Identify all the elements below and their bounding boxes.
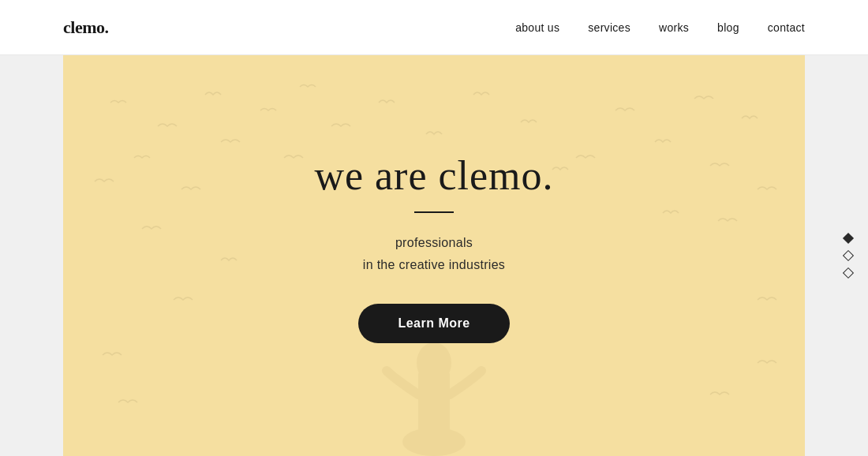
site-header: clemo. about us services works blog cont…	[0, 0, 868, 55]
slider-dot-3[interactable]	[843, 267, 854, 278]
slider-dot-2[interactable]	[843, 250, 854, 261]
hero-divider	[414, 211, 454, 213]
side-strip-left	[0, 55, 63, 456]
nav-works[interactable]: works	[659, 21, 689, 34]
hero-subtitle: professionals in the creative industries	[363, 232, 505, 275]
slider-dot-1[interactable]	[843, 233, 854, 244]
nav-about[interactable]: about us	[515, 21, 559, 34]
hero-section: we are clemo. professionals in the creat…	[0, 55, 868, 456]
slider-dots	[844, 234, 852, 277]
learn-more-button[interactable]: Learn More	[358, 304, 509, 343]
hero-content: we are clemo. professionals in the creat…	[63, 55, 805, 456]
nav-blog[interactable]: blog	[717, 21, 739, 34]
logo[interactable]: clemo.	[63, 17, 108, 38]
side-strip-right	[805, 55, 868, 456]
nav-services[interactable]: services	[588, 21, 630, 34]
nav-contact[interactable]: contact	[768, 21, 805, 34]
hero-title: we are clemo.	[314, 152, 553, 199]
main-nav: about us services works blog contact	[515, 21, 805, 34]
